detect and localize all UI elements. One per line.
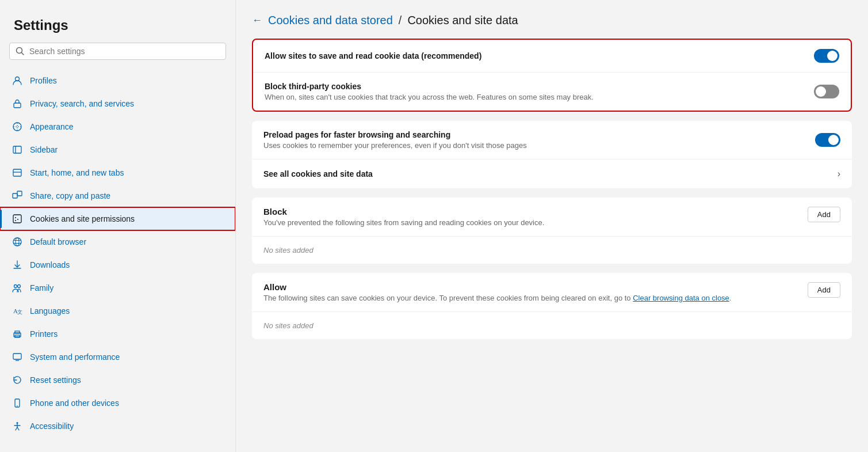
- allow-cookies-label: Allow sites to save and read cookie data…: [265, 51, 807, 60]
- breadcrumb-current: Cookies and site data: [407, 14, 518, 27]
- sidebar-label-reset: Reset settings: [30, 375, 224, 385]
- block-add-button[interactable]: Add: [808, 207, 840, 222]
- sidebar-item-cookies[interactable]: Cookies and site permissions: [0, 207, 235, 230]
- sidebar-item-phone[interactable]: Phone and other devices: [0, 392, 235, 415]
- clear-browsing-data-link[interactable]: Clear browsing data on close: [633, 294, 729, 302]
- svg-rect-10: [17, 191, 22, 196]
- svg-line-35: [16, 427, 17, 430]
- printers-icon: [12, 328, 23, 340]
- sidebar-label-profiles: Profiles: [30, 76, 224, 85]
- sidebar-label-start-home: Start, home, and new tabs: [30, 168, 224, 177]
- search-box[interactable]: [9, 43, 226, 60]
- sidebar-icon: [12, 144, 23, 155]
- preload-card: Preload pages for faster browsing and se…: [252, 121, 852, 188]
- preload-desc: Uses cookies to remember your preference…: [263, 141, 808, 150]
- svg-point-16: [16, 238, 19, 246]
- allow-desc-prefix: The following sites can save cookies on …: [263, 294, 633, 302]
- svg-point-31: [17, 405, 18, 407]
- page-header: ← Cookies and data stored / Cookies and …: [252, 14, 852, 27]
- see-all-label: See all cookies and site data: [263, 169, 373, 178]
- sidebar-label-family: Family: [30, 283, 224, 293]
- breadcrumb-link[interactable]: Cookies and data stored: [268, 14, 393, 27]
- block-third-party-toggle[interactable]: [814, 85, 839, 98]
- sidebar-label-cookies: Cookies and site permissions: [30, 214, 224, 223]
- svg-point-15: [13, 238, 21, 246]
- sidebar-label-accessibility: Accessibility: [30, 421, 224, 431]
- svg-point-21: [14, 285, 17, 288]
- svg-point-12: [15, 217, 16, 218]
- allow-title: Allow: [263, 282, 801, 292]
- allow-section-card: Allow The following sites can save cooki…: [252, 273, 852, 339]
- sidebar-item-printers[interactable]: Printers: [0, 322, 235, 345]
- sidebar-label-privacy: Privacy, search, and services: [30, 99, 224, 108]
- phone-icon: [12, 397, 23, 409]
- sidebar-item-appearance[interactable]: Appearance: [0, 115, 235, 138]
- block-third-party-toggle-thumb: [816, 86, 826, 97]
- chevron-right-icon: ›: [838, 169, 840, 179]
- sidebar-label-system: System and performance: [30, 352, 224, 362]
- allow-cookies-toggle[interactable]: [814, 49, 839, 63]
- svg-line-1: [22, 53, 24, 55]
- sidebar-item-accessibility[interactable]: Accessibility: [0, 415, 235, 438]
- sidebar-item-downloads[interactable]: Downloads: [0, 253, 235, 276]
- allow-cookies-toggle-thumb: [827, 51, 838, 61]
- block-desc: You've prevented the following sites fro…: [263, 218, 801, 227]
- sidebar-item-reset[interactable]: Reset settings: [0, 369, 235, 392]
- sidebar-item-default-browser[interactable]: Default browser: [0, 230, 235, 253]
- main-content: ← Cookies and data stored / Cookies and …: [236, 0, 868, 452]
- cookies-icon: [12, 213, 23, 225]
- sidebar-item-profiles[interactable]: Profiles: [0, 69, 235, 92]
- see-all-row[interactable]: See all cookies and site data ›: [252, 159, 852, 188]
- back-arrow[interactable]: ←: [252, 14, 262, 26]
- share-icon: [12, 190, 23, 202]
- sidebar-label-printers: Printers: [30, 329, 224, 339]
- sidebar-label-languages: Languages: [30, 306, 224, 316]
- sidebar: Settings Profiles Privacy, search, and s…: [0, 0, 236, 452]
- languages-icon: A文: [12, 305, 23, 317]
- sidebar-title: Settings: [0, 12, 235, 43]
- sidebar-item-languages[interactable]: A文 Languages: [0, 299, 235, 322]
- sidebar-label-phone: Phone and other devices: [30, 398, 224, 408]
- search-input[interactable]: [29, 47, 220, 56]
- preload-label: Preload pages for faster browsing and se…: [263, 130, 808, 139]
- svg-rect-11: [13, 215, 21, 223]
- sidebar-label-sidebar: Sidebar: [30, 145, 224, 154]
- block-section-card: Block You've prevented the following sit…: [252, 197, 852, 264]
- allow-header-row: Allow The following sites can save cooki…: [252, 273, 852, 312]
- search-icon: [16, 47, 25, 56]
- sidebar-label-default-browser: Default browser: [30, 237, 224, 246]
- svg-rect-3: [14, 103, 21, 108]
- sidebar-item-start-home[interactable]: Start, home, and new tabs: [0, 161, 235, 184]
- privacy-icon: [12, 98, 23, 109]
- preload-toggle[interactable]: [815, 133, 840, 147]
- svg-text:文: 文: [17, 309, 22, 315]
- sidebar-label-downloads: Downloads: [30, 260, 224, 269]
- sidebar-item-share-copy[interactable]: Share, copy and paste: [0, 184, 235, 207]
- svg-line-36: [17, 427, 19, 430]
- allow-add-button[interactable]: Add: [808, 282, 840, 298]
- breadcrumb-separator: /: [399, 14, 402, 27]
- allow-no-sites: No sites added: [252, 312, 852, 339]
- svg-rect-7: [13, 169, 21, 176]
- block-title: Block: [263, 207, 801, 216]
- allow-desc: The following sites can save cookies on …: [263, 294, 801, 302]
- svg-point-22: [18, 285, 21, 288]
- svg-rect-5: [13, 146, 21, 153]
- top-settings-card: Allow sites to save and read cookie data…: [252, 39, 852, 112]
- block-third-party-desc: When on, sites can't use cookies that tr…: [265, 93, 807, 101]
- preload-toggle-thumb: [828, 135, 839, 145]
- svg-rect-27: [15, 335, 20, 337]
- svg-rect-28: [13, 354, 21, 359]
- sidebar-item-family[interactable]: Family: [0, 276, 235, 299]
- sidebar-item-privacy[interactable]: Privacy, search, and services: [0, 92, 235, 115]
- preload-row: Preload pages for faster browsing and se…: [252, 121, 852, 159]
- sidebar-item-system[interactable]: System and performance: [0, 345, 235, 369]
- block-no-sites: No sites added: [252, 237, 852, 264]
- sidebar-label-share-copy: Share, copy and paste: [30, 191, 224, 200]
- allow-cookies-row: Allow sites to save and read cookie data…: [253, 40, 851, 73]
- browser-icon: [12, 236, 23, 248]
- svg-rect-9: [13, 193, 17, 198]
- accessibility-icon: [12, 420, 23, 432]
- appearance-icon: [12, 121, 23, 132]
- sidebar-item-sidebar[interactable]: Sidebar: [0, 138, 235, 161]
